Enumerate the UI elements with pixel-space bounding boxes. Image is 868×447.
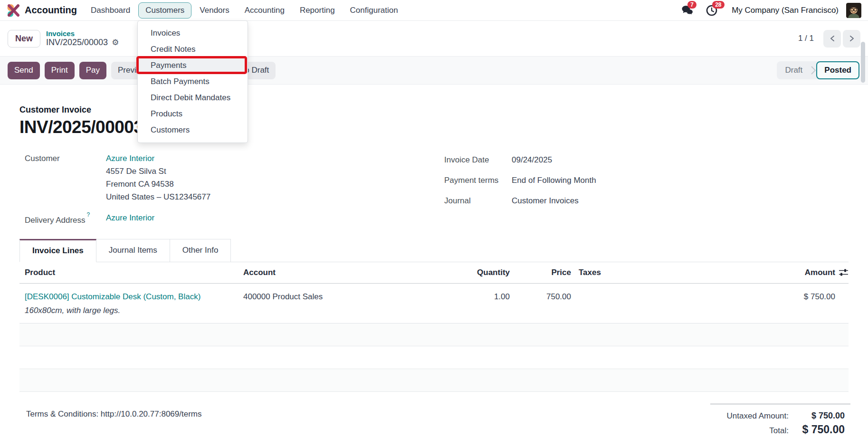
empty-row (19, 346, 849, 369)
app-name[interactable]: Accounting (25, 5, 77, 16)
empty-row (19, 323, 849, 346)
invoice-date-label: Invoice Date (444, 153, 512, 167)
action-strip: Send Print Pay Preview Reset to Draft Dr… (0, 56, 868, 85)
activities-badge: 28 (712, 1, 724, 9)
invoice-date-field[interactable]: 09/24/2025 (512, 153, 552, 167)
scrollbar[interactable] (861, 42, 865, 83)
pay-button[interactable]: Pay (79, 62, 106, 79)
nav-customers[interactable]: Customers (138, 2, 191, 19)
total-value: $ 750.00 (789, 423, 850, 436)
product-description: 160x80cm, with large legs. (25, 306, 238, 315)
status-draft[interactable]: Draft (777, 61, 811, 79)
menu-item-credit-notes[interactable]: Credit Notes (138, 41, 248, 57)
navbar-systray: 7 28 My Company (San Francisco) (681, 3, 861, 18)
pager-prev-button[interactable] (823, 30, 841, 48)
header-account: Account (238, 268, 428, 277)
company-switcher[interactable]: My Company (San Francisco) (732, 6, 839, 15)
nav-reporting[interactable]: Reporting (293, 2, 342, 19)
menu-item-direct-debit-mandates[interactable]: Direct Debit Mandates (138, 90, 248, 106)
delivery-address-link[interactable]: Azure Interior (106, 213, 154, 222)
chevron-right-icon (849, 35, 855, 42)
pager: 1 / 1 (798, 30, 860, 48)
customer-link[interactable]: Azure Interior (106, 154, 154, 163)
customer-label: Customer (19, 152, 106, 165)
untaxed-amount-value: $ 750.00 (789, 409, 850, 422)
messages-button[interactable]: 7 (681, 5, 694, 16)
new-button[interactable]: New (8, 30, 40, 48)
header-amount: Amount (632, 268, 835, 277)
journal-label: Journal (444, 194, 512, 208)
journal-field[interactable]: Customer Invoices (512, 194, 579, 208)
notebook-tabs: Invoice Lines Journal Items Other Info (19, 239, 849, 262)
tab-other-info[interactable]: Other Info (170, 239, 231, 262)
main-menu: Dashboard Customers Vendors Accounting R… (84, 2, 406, 19)
header-taxes: Taxes (571, 268, 632, 277)
address-line: Fremont CA 94538 (106, 178, 210, 190)
menu-item-payments[interactable]: Payments (138, 57, 248, 74)
gear-icon[interactable]: ⚙ (112, 38, 119, 48)
top-navbar: Accounting Dashboard Customers Vendors A… (0, 0, 868, 21)
payment-terms-label: Payment terms (444, 174, 512, 187)
address-line: 4557 De Silva St (106, 165, 210, 178)
untaxed-amount-label: Untaxed Amount: (710, 409, 789, 423)
send-button[interactable]: Send (8, 62, 40, 79)
price-cell: 750.00 (510, 292, 571, 302)
print-button[interactable]: Print (45, 62, 75, 79)
accounting-app-icon[interactable] (7, 4, 20, 17)
header-quantity: Quantity (428, 268, 510, 277)
nav-dashboard[interactable]: Dashboard (84, 2, 137, 19)
empty-row (19, 369, 849, 392)
chevron-right-icon (811, 61, 816, 79)
account-cell: 400000 Product Sales (238, 292, 428, 302)
statusbar: Draft Posted (777, 61, 859, 79)
breadcrumb-current: INV/2025/00003 (46, 38, 108, 48)
total-label: Total: (710, 424, 789, 437)
nav-accounting[interactable]: Accounting (238, 2, 292, 19)
header-product: Product (19, 268, 238, 277)
invoice-footer: Terms & Conditions: http://10.0.20.77:80… (19, 392, 849, 447)
user-avatar[interactable] (846, 3, 861, 18)
tab-invoice-lines[interactable]: Invoice Lines (19, 239, 96, 262)
form-fields: Customer Azure Interior 4557 De Silva St… (19, 152, 849, 227)
status-posted: Posted (816, 61, 859, 79)
totals-block: Untaxed Amount: $ 750.00 Total: $ 750.00 (710, 404, 850, 437)
messages-badge: 7 (687, 1, 696, 9)
chevron-left-icon (830, 35, 835, 42)
help-icon: ? (87, 211, 90, 218)
activities-button[interactable]: 28 (706, 5, 717, 16)
breadcrumb: Invoices INV/2025/00003 ⚙ (46, 29, 119, 48)
pager-next-button[interactable] (843, 30, 860, 48)
nav-vendors[interactable]: Vendors (192, 2, 236, 19)
tab-journal-items[interactable]: Journal Items (96, 239, 170, 262)
customers-dropdown-menu: Invoices Credit Notes Payments Batch Pay… (137, 20, 248, 143)
address-line: United States – US12345677 (106, 190, 210, 203)
payment-terms-link[interactable]: End of Following Month (512, 174, 596, 187)
product-link[interactable]: [DESK0006] Customizable Desk (Custom, Bl… (25, 292, 200, 301)
breadcrumb-invoices-link[interactable]: Invoices (46, 29, 119, 38)
menu-item-products[interactable]: Products (138, 106, 248, 122)
control-panel: New Invoices INV/2025/00003 ⚙ 1 / 1 (0, 21, 868, 56)
pager-count: 1 / 1 (798, 34, 814, 43)
menu-item-batch-payments[interactable]: Batch Payments (138, 74, 248, 90)
invoice-form: Customer Invoice INV/2025/00003 Customer… (0, 105, 868, 447)
sliders-icon (839, 268, 849, 276)
odoo-accounting-screen: Accounting Dashboard Customers Vendors A… (0, 0, 868, 447)
optional-columns-button[interactable] (835, 268, 849, 276)
amount-cell: $ 750.00 (632, 292, 835, 302)
nav-configuration[interactable]: Configuration (343, 2, 405, 19)
header-price: Price (510, 268, 571, 277)
terms-and-conditions: Terms & Conditions: http://10.0.20.77:80… (26, 409, 201, 419)
invoice-lines-table: Product Account Quantity Price Taxes Amo… (19, 262, 849, 392)
menu-item-invoices[interactable]: Invoices (138, 25, 248, 41)
table-header: Product Account Quantity Price Taxes Amo… (19, 262, 849, 284)
quantity-cell: 1.00 (428, 292, 510, 302)
menu-item-customers[interactable]: Customers (138, 122, 248, 138)
table-row[interactable]: [DESK0006] Customizable Desk (Custom, Bl… (19, 284, 849, 323)
delivery-address-label: Delivery Address? (19, 211, 106, 227)
